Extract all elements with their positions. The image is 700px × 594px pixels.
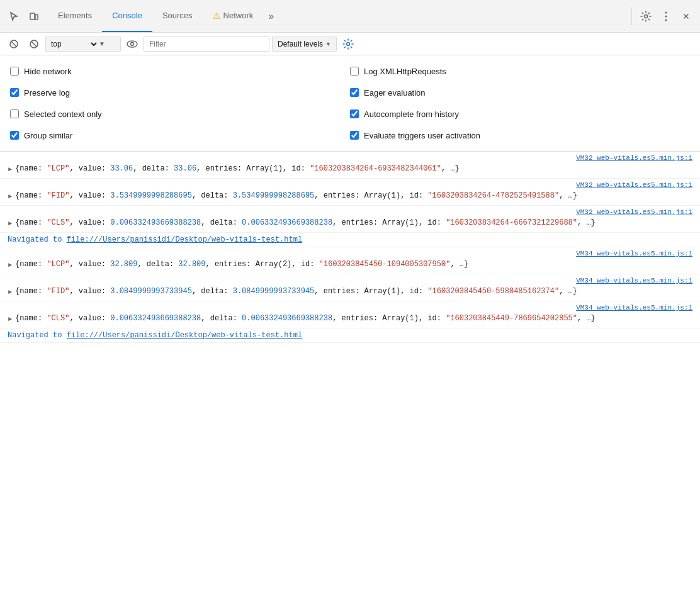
- svg-point-10: [127, 41, 137, 47]
- expand-arrow-icon[interactable]: ►: [5, 164, 15, 174]
- key-value: , entries: Array(1), id:: [314, 287, 427, 296]
- tabs: Elements Console Sources ⚠ Network »: [48, 0, 629, 32]
- more-options-icon[interactable]: [657, 8, 675, 25]
- number-value: 0.006332493669388238: [242, 314, 332, 323]
- number-value: 3.5349999998288695: [110, 191, 192, 200]
- console-entry: VM34 web-vitals.es5.min.js:1►{name: "CLS…: [0, 301, 700, 328]
- hide-network-label[interactable]: Hide network: [24, 67, 72, 76]
- key-value: , delta:: [137, 260, 178, 269]
- device-toolbar-icon[interactable]: [25, 8, 43, 25]
- entry-text: {name: "FID", value: 3.5349999998288695,…: [15, 190, 692, 201]
- checkbox-autocomplete-history: Autocomplete from history: [350, 103, 690, 125]
- autocomplete-history-label[interactable]: Autocomplete from history: [364, 109, 459, 119]
- close-icon[interactable]: ✕: [677, 8, 695, 25]
- checkbox-log-xml: Log XMLHttpRequests: [350, 60, 690, 82]
- tab-elements[interactable]: Elements: [48, 0, 102, 32]
- log-xml-checkbox[interactable]: [350, 67, 359, 76]
- navigate-link[interactable]: file:///Users/panissidi/Desktop/web-vita…: [67, 235, 302, 244]
- filter-input[interactable]: [144, 36, 269, 52]
- key-value: , …}: [577, 218, 596, 227]
- number-value: 0.006332493669388238: [242, 218, 332, 227]
- string-value: "FID": [47, 191, 69, 200]
- number-value: 33.06: [174, 164, 196, 173]
- navigate-entry: Navigated to file:///Users/panissidi/Des…: [0, 328, 700, 343]
- entry-body: ►{name: "FID", value: 3.0849999993733945…: [0, 284, 700, 298]
- key-value: , entries: Array(2), id:: [206, 260, 319, 269]
- expand-arrow-icon[interactable]: ►: [5, 191, 15, 201]
- key-value: , value:: [69, 164, 110, 173]
- checkbox-eager-eval: Eager evaluation: [350, 82, 690, 103]
- svg-rect-1: [35, 14, 38, 20]
- eager-eval-checkbox[interactable]: [350, 88, 359, 97]
- console-entry: VM32 web-vitals.es5.min.js:1►{name: "CLS…: [0, 206, 700, 233]
- number-value: 3.0849999993733945: [110, 287, 192, 296]
- navigate-link[interactable]: file:///Users/panissidi/Desktop/web-vita…: [67, 331, 302, 340]
- string-value: "LCP": [47, 164, 69, 173]
- key-value: , …}: [441, 164, 460, 173]
- number-value: 3.5349999998288695: [233, 191, 315, 200]
- number-value: 0.006332493669388238: [110, 218, 201, 227]
- selected-context-label[interactable]: Selected context only: [24, 109, 102, 119]
- preserve-log-checkbox[interactable]: [10, 88, 19, 97]
- cursor-icon[interactable]: [5, 8, 23, 25]
- entry-text: {name: "CLS", value: 0.00633249366938823…: [15, 217, 692, 228]
- console-output: VM32 web-vitals.es5.min.js:1►{name: "LCP…: [0, 152, 700, 343]
- key-value: {name:: [15, 191, 47, 200]
- eager-eval-label[interactable]: Eager evaluation: [364, 88, 426, 98]
- string-value: "1603203834264-6667321229688": [446, 218, 577, 227]
- eye-icon[interactable]: [123, 35, 141, 53]
- tab-sources[interactable]: Sources: [152, 0, 203, 32]
- entry-source[interactable]: VM32 web-vitals.es5.min.js:1: [0, 154, 700, 162]
- key-value: , …}: [559, 191, 577, 200]
- expand-arrow-icon[interactable]: ►: [5, 218, 15, 228]
- svg-line-9: [31, 41, 37, 47]
- group-similar-checkbox[interactable]: [10, 131, 19, 140]
- settings-icon[interactable]: [637, 8, 655, 25]
- key-value: , entries: Array(1), id:: [314, 191, 427, 200]
- string-value: "1603203834264-6933482344061": [310, 164, 441, 173]
- svg-rect-0: [30, 13, 35, 20]
- eval-triggers-label[interactable]: Evaluate triggers user activation: [364, 131, 480, 140]
- entry-source[interactable]: VM34 web-vitals.es5.min.js:1: [0, 277, 700, 284]
- checkboxes-area: Hide network Log XMLHttpRequests Preserv…: [0, 55, 700, 152]
- context-select-input[interactable]: top: [48, 39, 99, 49]
- entry-source[interactable]: VM32 web-vitals.es5.min.js:1: [0, 208, 700, 216]
- expand-arrow-icon[interactable]: ►: [5, 287, 15, 297]
- expand-arrow-icon[interactable]: ►: [5, 314, 15, 324]
- number-value: 3.0849999993733945: [233, 287, 315, 296]
- tabs-overflow-btn[interactable]: »: [263, 0, 279, 32]
- entry-text: {name: "CLS", value: 0.00633249366938823…: [15, 313, 692, 324]
- group-similar-label[interactable]: Group similar: [24, 131, 72, 140]
- selected-context-checkbox[interactable]: [10, 109, 19, 118]
- expand-arrow-icon[interactable]: ►: [5, 260, 15, 270]
- preserve-log-label[interactable]: Preserve log: [24, 88, 70, 98]
- entry-source[interactable]: VM34 web-vitals.es5.min.js:1: [0, 250, 700, 257]
- string-value: "CLS": [47, 218, 69, 227]
- tab-network[interactable]: ⚠ Network: [203, 0, 264, 32]
- entry-body: ►{name: "CLS", value: 0.0063324936693882…: [0, 311, 700, 325]
- console-settings-icon[interactable]: [339, 35, 357, 53]
- entry-body: ►{name: "FID", value: 3.5349999998288695…: [0, 189, 700, 203]
- context-selector[interactable]: top ▼: [45, 36, 121, 52]
- levels-dropdown[interactable]: Default levels ▼: [272, 36, 337, 52]
- log-xml-label[interactable]: Log XMLHttpRequests: [364, 67, 446, 76]
- key-value: {name:: [15, 260, 47, 269]
- string-value: "1603203834264-4782525491588": [427, 191, 559, 200]
- clear-console-icon[interactable]: [5, 35, 23, 53]
- checkbox-group-similar: Group similar: [10, 125, 350, 146]
- entry-body: ►{name: "LCP", value: 33.06, delta: 33.0…: [0, 162, 700, 176]
- key-value: , …}: [450, 260, 468, 269]
- key-value: {name:: [15, 164, 47, 173]
- entry-body: ►{name: "CLS", value: 0.0063324936693882…: [0, 216, 700, 230]
- entry-source[interactable]: VM34 web-vitals.es5.min.js:1: [0, 304, 700, 311]
- key-value: , value:: [69, 314, 110, 323]
- key-value: , delta:: [133, 164, 174, 173]
- tab-console[interactable]: Console: [102, 0, 152, 32]
- key-value: , value:: [69, 191, 110, 200]
- hide-network-checkbox[interactable]: [10, 67, 19, 76]
- autocomplete-history-checkbox[interactable]: [350, 109, 359, 118]
- block-icon[interactable]: [25, 35, 43, 53]
- entry-source[interactable]: VM32 web-vitals.es5.min.js:1: [0, 181, 700, 189]
- eval-triggers-checkbox[interactable]: [350, 131, 359, 140]
- number-value: 32.809: [110, 260, 137, 269]
